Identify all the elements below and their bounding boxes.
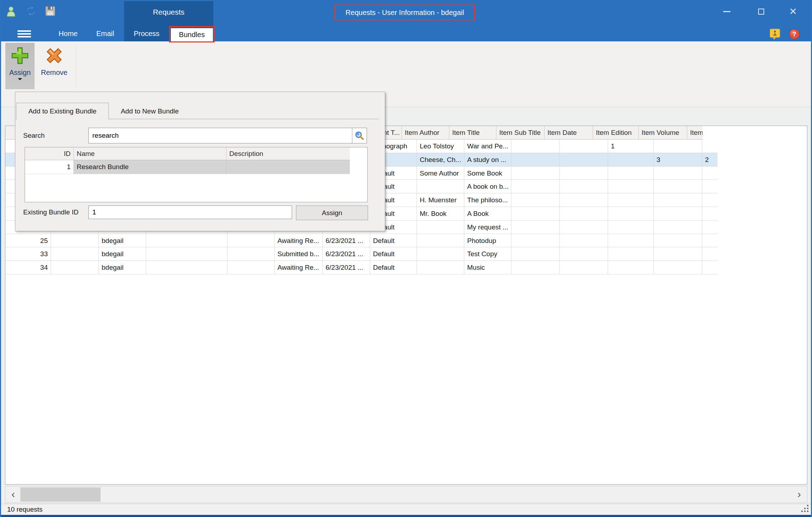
grid-cell: Awaiting Re... — [275, 234, 323, 248]
ribbon-group-divider — [76, 45, 76, 87]
grid-cell — [417, 247, 464, 261]
grid-cell — [146, 234, 228, 248]
header-cell[interactable]: ID — [25, 147, 74, 160]
grid-cell — [511, 234, 560, 248]
grid-cell — [702, 247, 717, 261]
header-cell[interactable]: Description — [226, 147, 350, 160]
grid-row[interactable]: 25bdegailAwaiting Re...6/23/2021 ...Defa… — [5, 234, 807, 248]
grid-row[interactable]: 33bdegailSubmitted b...6/23/2021 ...Defa… — [5, 247, 807, 261]
grid-cell: 6/23/2021 ... — [323, 234, 370, 248]
bundle-results-grid-body: IDNameDescription1Research Bundle — [25, 147, 367, 174]
hamburger-menu-icon[interactable] — [17, 29, 33, 39]
existing-bundle-id-input[interactable] — [89, 206, 292, 219]
grid-cell — [417, 221, 464, 234]
scroll-left-arrow[interactable]: ‹ — [6, 488, 20, 501]
minimize-icon[interactable] — [717, 4, 737, 19]
grid-cell — [608, 167, 654, 180]
green-plus-icon — [11, 46, 29, 65]
tab-email[interactable]: Email — [90, 26, 121, 41]
bundle-results-grid[interactable]: IDNameDescription1Research Bundle — [25, 147, 368, 202]
sync-arrows-icon[interactable] — [25, 6, 36, 17]
window-title: Requests - User Information - bdegail — [336, 6, 474, 19]
scroll-right-arrow[interactable]: › — [792, 488, 806, 501]
assign-button-label: Assign — [5, 69, 35, 77]
grid-cell — [560, 180, 608, 193]
existing-bundle-id-box — [88, 206, 292, 219]
search-button[interactable] — [352, 128, 367, 143]
grid-cell — [654, 247, 702, 261]
grid-cell — [511, 247, 560, 261]
grid-cell — [702, 261, 717, 274]
scrollbar-thumb[interactable] — [20, 487, 101, 502]
grid-row[interactable]: 34bdegailAwaiting Re...6/23/2021 ...Defa… — [5, 261, 807, 274]
horizontal-scrollbar[interactable]: ‹ › — [5, 486, 807, 503]
header-cell[interactable]: Item Date — [545, 126, 593, 140]
grid-cell — [702, 234, 717, 248]
tab-add-to-existing-bundle[interactable]: Add to Existing Bundle — [16, 103, 109, 120]
grid-cell — [702, 193, 717, 207]
help-icon[interactable]: ? — [789, 29, 800, 40]
grid-cell: My request ... — [464, 221, 511, 234]
header-cell[interactable]: Item Author — [402, 126, 449, 140]
grid-cell — [702, 221, 717, 234]
grid-cell — [560, 247, 608, 261]
header-cell[interactable]: Item Title — [449, 126, 496, 140]
grid-cell — [228, 247, 275, 261]
grid-cell: Leo Tolstoy — [417, 140, 464, 153]
header-cell[interactable]: Item Volume — [639, 126, 687, 140]
grid-cell — [608, 247, 654, 261]
popup-assign-button[interactable]: Assign — [296, 206, 368, 220]
orange-x-icon — [45, 46, 63, 65]
alert-bubble-icon[interactable] — [770, 29, 781, 40]
grid-cell — [608, 261, 654, 274]
grid-cell — [560, 221, 608, 234]
grid-cell — [511, 180, 560, 193]
assign-button[interactable]: Assign — [5, 43, 35, 89]
grid-cell — [654, 180, 702, 193]
grid-cell: The philoso... — [464, 193, 511, 207]
assign-dropdown-arrow-icon[interactable] — [18, 78, 22, 80]
grid-cell — [417, 180, 464, 193]
grid-cell — [654, 167, 702, 180]
grid-cell — [228, 234, 275, 248]
header-cell[interactable]: Name — [74, 147, 226, 160]
grid-header-row: IDNameDescription — [25, 147, 367, 160]
grid-cell — [511, 167, 560, 180]
remove-button-label: Remove — [37, 69, 72, 77]
grid-cell — [560, 193, 608, 207]
maximize-icon[interactable] — [751, 4, 771, 19]
header-cell[interactable]: Item Sub Title — [496, 126, 545, 140]
svg-text:?: ? — [792, 31, 796, 38]
status-bar-text: 10 requests — [7, 504, 42, 515]
grid-cell: A Book — [464, 207, 511, 221]
close-icon[interactable]: ✕ — [783, 4, 803, 19]
grid-cell: 34 — [5, 261, 51, 274]
grid-cell — [654, 221, 702, 234]
person-icon[interactable] — [6, 6, 17, 17]
grid-cell — [146, 261, 228, 274]
grid-row[interactable]: 1Research Bundle — [25, 160, 367, 174]
tab-process[interactable]: Process — [129, 26, 164, 41]
header-cell[interactable]: Item — [687, 126, 703, 140]
grid-cell: Cheese, Ch... — [417, 153, 464, 167]
grid-cell: Music — [464, 261, 511, 274]
grid-cell — [608, 234, 654, 248]
search-input[interactable] — [89, 128, 352, 143]
grid-cell: 1 — [608, 140, 654, 153]
tab-add-to-new-bundle[interactable]: Add to New Bundle — [109, 103, 191, 119]
grid-cell — [560, 261, 608, 274]
status-bar: 10 requests — [0, 504, 812, 515]
grid-cell: 1 — [25, 160, 74, 174]
grid-cell: 3 — [654, 153, 702, 167]
grid-cell: 6/23/2021 ... — [323, 261, 370, 274]
tab-home[interactable]: Home — [53, 26, 83, 41]
save-disk-icon[interactable] — [45, 6, 56, 17]
grid-cell — [560, 234, 608, 248]
grid-cell: H. Muenster — [417, 193, 464, 207]
contextual-tab-group-label: Requests — [124, 5, 213, 19]
remove-button[interactable]: Remove — [37, 43, 72, 89]
grid-cell — [417, 234, 464, 248]
resize-grip[interactable] — [807, 511, 808, 512]
grid-cell — [146, 247, 228, 261]
header-cell[interactable]: Item Edition — [593, 126, 639, 140]
